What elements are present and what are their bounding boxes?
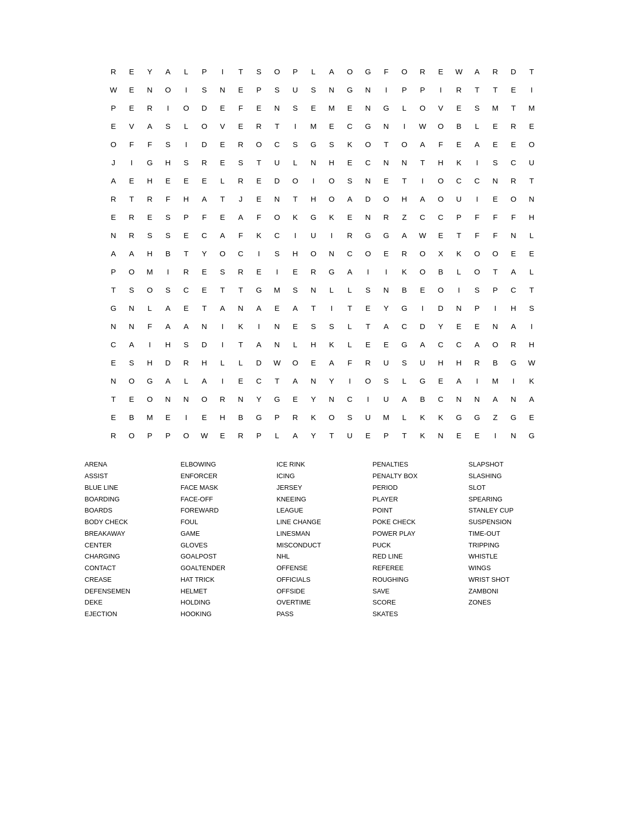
grid-cell-5-0: J <box>104 153 123 172</box>
grid-cell-19-19: G <box>450 407 469 427</box>
grid-cell-15-9: N <box>268 335 287 354</box>
grid-cell-12-17: E <box>413 280 432 299</box>
grid-cell-1-19: R <box>450 80 469 99</box>
grid-cell-17-2: G <box>140 371 160 390</box>
grid-cell-3-10: I <box>286 116 305 135</box>
grid-cell-13-4: E <box>177 298 196 317</box>
grid-cell-8-2: E <box>140 207 160 226</box>
grid-cell-20-13: U <box>340 426 360 445</box>
grid-cell-14-10: E <box>286 316 305 336</box>
grid-cell-19-17: K <box>413 407 432 427</box>
grid-cell-3-17: W <box>413 116 432 135</box>
grid-cell-6-13: S <box>340 171 360 190</box>
grid-cell-20-1: O <box>122 426 141 445</box>
grid-cell-19-22: G <box>504 407 523 427</box>
grid-cell-19-7: B <box>231 407 251 427</box>
grid-cell-11-14: I <box>359 262 378 281</box>
grid-cell-9-11: U <box>304 225 323 245</box>
grid-cell-5-4: S <box>177 153 196 172</box>
grid-cell-4-23: O <box>522 134 541 154</box>
grid-cell-0-12: A <box>322 62 341 81</box>
grid-cell-18-14: I <box>359 389 378 408</box>
grid-cell-12-23: T <box>522 280 541 299</box>
grid-cell-6-22: R <box>504 171 523 190</box>
word-item: POKE CHECK <box>373 517 464 528</box>
grid-cell-2-4: O <box>177 98 196 117</box>
grid-cell-15-13: L <box>340 335 360 354</box>
word-item: OFFICIALS <box>277 574 368 586</box>
grid-cell-18-7: N <box>231 389 251 408</box>
grid-cell-17-1: O <box>122 371 141 390</box>
grid-cell-18-5: O <box>195 389 214 408</box>
grid-cell-20-9: L <box>268 426 287 445</box>
grid-cell-2-22: T <box>504 98 523 117</box>
grid-cell-3-20: L <box>468 116 487 135</box>
word-item: GAME <box>181 528 272 540</box>
grid-cell-18-19: N <box>450 389 469 408</box>
grid-cell-14-6: I <box>213 316 232 336</box>
grid-cell-13-10: A <box>286 298 305 317</box>
word-item: PUCK <box>373 540 464 551</box>
grid-cell-14-7: K <box>231 316 251 336</box>
grid-cell-14-20: E <box>468 316 487 336</box>
word-item: SUSPENSION <box>469 517 560 528</box>
grid-cell-1-5: S <box>195 80 214 99</box>
grid-cell-12-3: S <box>159 280 178 299</box>
grid-cell-3-0: E <box>104 116 123 135</box>
grid-cell-10-16: R <box>395 244 414 263</box>
grid-cell-19-2: M <box>140 407 160 427</box>
grid-cell-11-22: A <box>504 262 523 281</box>
grid-cell-10-1: A <box>122 244 141 263</box>
grid-cell-13-13: T <box>340 298 360 317</box>
grid-cell-7-21: E <box>486 189 505 208</box>
grid-cell-4-7: R <box>231 134 251 154</box>
grid-cell-1-6: N <box>213 80 232 99</box>
grid-cell-7-0: R <box>104 189 123 208</box>
grid-cell-1-2: N <box>140 80 160 99</box>
grid-cell-17-8: C <box>250 371 269 390</box>
grid-cell-19-14: U <box>359 407 378 427</box>
grid-cell-12-14: S <box>359 280 378 299</box>
grid-cell-8-0: E <box>104 207 123 226</box>
grid-cell-1-1: E <box>122 80 141 99</box>
grid-cell-15-22: R <box>504 335 523 354</box>
grid-cell-16-17: U <box>413 353 432 372</box>
word-item: PLAYER <box>373 494 464 505</box>
grid-cell-16-9: W <box>268 353 287 372</box>
grid-cell-8-18: C <box>431 207 451 226</box>
word-item: LINESMAN <box>277 528 368 540</box>
grid-cell-14-19: E <box>450 316 469 336</box>
grid-cell-8-23: H <box>522 207 541 226</box>
grid-cell-10-19: K <box>450 244 469 263</box>
word-column-3: PENALTIESPENALTY BOXPERIODPLAYERPOINTPOK… <box>370 459 466 620</box>
grid-cell-15-11: H <box>304 335 323 354</box>
grid-cell-9-2: S <box>140 225 160 245</box>
grid-cell-4-18: F <box>431 134 451 154</box>
grid-cell-0-20: A <box>468 62 487 81</box>
grid-cell-18-10: E <box>286 389 305 408</box>
grid-cell-6-11: I <box>304 171 323 190</box>
grid-cell-4-20: A <box>468 134 487 154</box>
grid-cell-5-10: L <box>286 153 305 172</box>
grid-cell-19-15: M <box>377 407 396 427</box>
grid-cell-2-21: M <box>486 98 505 117</box>
grid-cell-20-5: W <box>195 426 214 445</box>
grid-cell-1-23: I <box>522 80 541 99</box>
grid-cell-1-13: G <box>340 80 360 99</box>
grid-cell-20-16: T <box>395 426 414 445</box>
grid-cell-9-13: R <box>340 225 360 245</box>
grid-cell-6-12: O <box>322 171 341 190</box>
word-item: OFFSIDE <box>277 586 368 597</box>
word-item: WRIST SHOT <box>469 574 560 586</box>
grid-cell-17-5: A <box>195 371 214 390</box>
grid-cell-14-13: L <box>340 316 360 336</box>
grid-cell-3-4: L <box>177 116 196 135</box>
grid-cell-0-1: E <box>122 62 141 81</box>
grid-cell-4-11: G <box>304 134 323 154</box>
grid-cell-16-23: W <box>522 353 541 372</box>
grid-cell-16-0: E <box>104 353 123 372</box>
grid-cell-17-16: L <box>395 371 414 390</box>
grid-cell-18-17: B <box>413 389 432 408</box>
grid-cell-3-6: V <box>213 116 232 135</box>
grid-cell-14-22: A <box>504 316 523 336</box>
